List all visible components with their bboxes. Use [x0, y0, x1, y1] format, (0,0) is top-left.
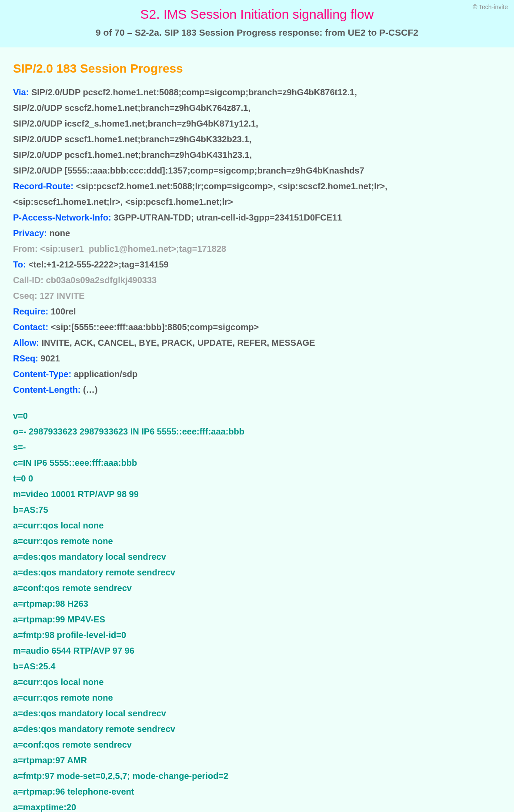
sdp-line: c=IN IP6 5555::eee:fff:aaa:bbb: [13, 456, 501, 469]
sip-header-value: (…): [83, 385, 97, 394]
sip-header-value: 127 INVITE: [40, 291, 84, 301]
sdp-line: v=0: [13, 409, 501, 422]
sip-header-name: From: [13, 244, 35, 254]
sdp-line: a=curr:qos remote none: [13, 691, 501, 704]
sip-header-rseq: RSeq: 9021: [13, 352, 501, 365]
sip-header-value: 100rel: [51, 307, 76, 316]
message-body: SIP/2.0 183 Session Progress Via: SIP/2.…: [0, 47, 514, 812]
sip-header-value: 9021: [40, 354, 60, 363]
sdp-line: t=0 0: [13, 472, 501, 485]
sip-header-name: RSeq: [13, 354, 35, 363]
sdp-line: a=curr:qos local none: [13, 519, 501, 532]
sip-header-via-cont: SIP/2.0/UDP scscf2.home1.net;branch=z9hG…: [13, 101, 501, 114]
sip-header-contact: Contact: <sip:[5555::eee:fff:aaa:bbb]:88…: [13, 321, 501, 334]
sdp-line: m=video 10001 RTP/AVP 98 99: [13, 488, 501, 501]
sip-header-name: Call-ID: [13, 275, 40, 285]
sdp-line: a=rtpmap:99 MP4V-ES: [13, 613, 501, 626]
sip-status-line: SIP/2.0 183 Session Progress: [13, 60, 501, 78]
sip-header-record-route-cont: <sip:scscf1.home1.net;lr>, <sip:pcscf1.h…: [13, 195, 501, 208]
sip-header-value: <sip:pcscf2.home1.net:5088;lr;comp=sigco…: [76, 181, 387, 191]
sip-header-from: From: <sip:user1_public1@home1.net>;tag=…: [13, 242, 501, 255]
sip-header-name: Allow: [13, 338, 36, 348]
sip-header-value: none: [49, 228, 70, 238]
sip-header-require: Require: 100rel: [13, 305, 501, 318]
sdp-line: a=curr:qos remote none: [13, 535, 501, 548]
sip-header-via: Via: SIP/2.0/UDP pcscf2.home1.net:5088;c…: [13, 86, 501, 99]
page-title: S2. IMS Session Initiation signalling fl…: [0, 4, 514, 24]
sip-header-name: Content-Length: [13, 385, 78, 394]
sdp-line: s=-: [13, 441, 501, 454]
sdp-line: b=AS:75: [13, 503, 501, 516]
sip-header-call-id: Call-ID: cb03a0s09a2sdfglkj490333: [13, 274, 501, 287]
sdp-line: a=rtpmap:97 AMR: [13, 754, 501, 767]
sdp-line: a=des:qos mandatory remote sendrecv: [13, 566, 501, 579]
sip-header-privacy: Privacy: none: [13, 227, 501, 240]
sip-header-name: Require: [13, 307, 45, 316]
sip-header-record-route: Record-Route: <sip:pcscf2.home1.net:5088…: [13, 180, 501, 193]
sip-header-name: Contact: [13, 322, 45, 332]
sdp-line: a=fmtp:97 mode-set=0,2,5,7; mode-change-…: [13, 769, 501, 782]
sdp-line: a=rtpmap:98 H263: [13, 597, 501, 610]
sip-header-to: To: <tel:+1-212-555-2222>;tag=314159: [13, 258, 501, 271]
sip-header-name: Via: [13, 87, 26, 97]
sip-header-name: Cseq: [13, 291, 34, 301]
sdp-line: a=des:qos mandatory local sendrecv: [13, 550, 501, 563]
sip-header-value: SIP/2.0/UDP pcscf2.home1.net:5088;comp=s…: [31, 87, 357, 97]
sdp-line: a=rtpmap:96 telephone-event: [13, 785, 501, 798]
sip-header-name: Record-Route: [13, 181, 70, 191]
sip-header-value: 3GPP-UTRAN-TDD; utran-cell-id-3gpp=23415…: [113, 213, 342, 222]
sip-header-pani: P-Access-Network-Info: 3GPP-UTRAN-TDD; u…: [13, 211, 501, 224]
sip-header-name: Content-Type: [13, 369, 68, 379]
page-header: © Tech-invite S2. IMS Session Initiation…: [0, 0, 514, 47]
sip-header-value: <sip:user1_public1@home1.net>;tag=171828: [40, 244, 226, 254]
sip-header-name: P-Access-Network-Info: [13, 213, 108, 222]
sdp-body: v=0o=- 2987933623 2987933623 IN IP6 5555…: [13, 409, 501, 812]
sip-header-name: To: [13, 260, 23, 269]
sdp-line: m=audio 6544 RTP/AVP 97 96: [13, 644, 501, 657]
sip-header-value: <sip:[5555::eee:fff:aaa:bbb]:8805;comp=s…: [51, 322, 259, 332]
sdp-line: a=des:qos mandatory remote sendrecv: [13, 722, 501, 735]
sdp-line: a=maxptime:20: [13, 801, 501, 812]
sip-header-via-cont: SIP/2.0/UDP pcscf1.home1.net;branch=z9hG…: [13, 148, 501, 161]
sdp-line: a=fmtp:98 profile-level-id=0: [13, 628, 501, 642]
sip-header-value: cb03a0s09a2sdfglkj490333: [46, 275, 157, 285]
sdp-line: a=curr:qos local none: [13, 675, 501, 688]
sip-header-via-cont: SIP/2.0/UDP icscf2_s.home1.net;branch=z9…: [13, 117, 501, 130]
sip-header-via-cont: SIP/2.0/UDP [5555::aaa:bbb:ccc:ddd]:1357…: [13, 164, 501, 177]
sdp-line: a=des:qos mandatory local sendrecv: [13, 707, 501, 720]
sdp-line: b=AS:25.4: [13, 660, 501, 673]
sdp-line: o=- 2987933623 2987933623 IN IP6 5555::e…: [13, 425, 501, 438]
sdp-line: a=conf:qos remote sendrecv: [13, 738, 501, 751]
sip-header-allow: Allow: INVITE, ACK, CANCEL, BYE, PRACK, …: [13, 336, 501, 349]
sip-header-value: <tel:+1-212-555-2222>;tag=314159: [28, 260, 168, 269]
sip-header-cseq: Cseq: 127 INVITE: [13, 289, 501, 302]
sip-header-value: INVITE, ACK, CANCEL, BYE, PRACK, UPDATE,…: [42, 338, 315, 348]
page-subtitle: 9 of 70 – S2-2a. SIP 183 Session Progres…: [0, 26, 514, 40]
sip-header-content-length: Content-Length: (…): [13, 383, 501, 396]
sdp-line: a=conf:qos remote sendrecv: [13, 581, 501, 595]
sip-header-content-type: Content-Type: application/sdp: [13, 368, 501, 381]
sip-header-value: application/sdp: [74, 369, 138, 379]
sip-header-via-cont: SIP/2.0/UDP scscf1.home1.net;branch=z9hG…: [13, 133, 501, 146]
sip-header-name: Privacy: [13, 228, 44, 238]
copyright-text: © Tech-invite: [473, 3, 508, 12]
